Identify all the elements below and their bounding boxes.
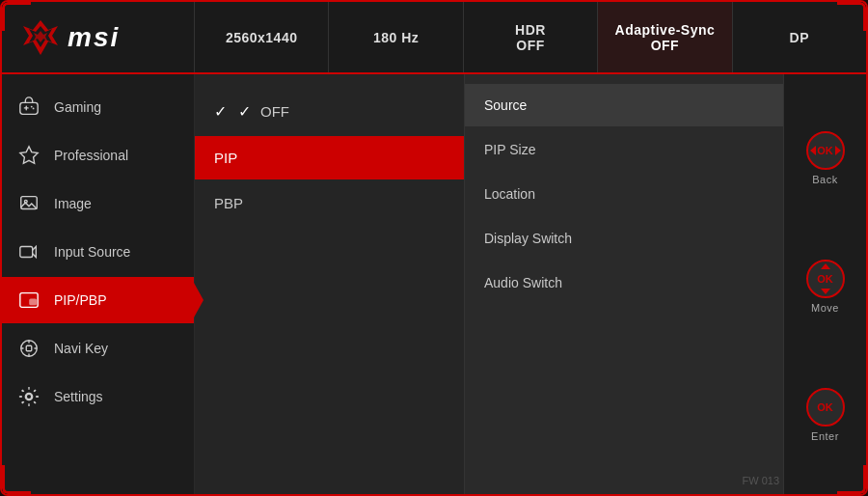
pip-pbp-icon [17, 289, 41, 312]
svg-rect-9 [20, 247, 33, 258]
fw-version: FW 013 [742, 475, 779, 486]
move-control[interactable]: OK Move [806, 260, 845, 314]
menu-item-off[interactable]: ✓ OFF [195, 89, 464, 134]
sidebar-item-navi-key[interactable]: Navi Key [2, 325, 194, 372]
top-stats: 2560x1440 180 Hz HDR OFF Adaptive-Sync O… [195, 2, 866, 72]
stat-hdr: HDR OFF [464, 2, 598, 72]
middle-panel: ✓ OFF PIP PBP [195, 74, 465, 496]
enter-control[interactable]: OK Enter [806, 388, 845, 442]
arrow-right-icon [835, 146, 841, 155]
menu-label-pip: PIP [214, 150, 237, 166]
right-panel: Source PIP Size Location Display Switch … [465, 74, 784, 496]
sidebar-label-input-source: Input Source [54, 244, 130, 260]
sidebar-label-navi-key: Navi Key [54, 341, 108, 356]
svg-marker-6 [20, 147, 38, 163]
sidebar-label-pip-pbp: PIP/PBP [54, 292, 106, 308]
right-item-audio-switch[interactable]: Audio Switch [465, 262, 783, 304]
menu-item-pbp[interactable]: PBP [195, 181, 464, 225]
menu-label-pbp: PBP [214, 195, 243, 211]
arrow-down-icon [821, 289, 830, 294]
sidebar-label-image: Image [54, 196, 92, 211]
corner-decoration-bl [2, 465, 31, 494]
right-label-location: Location [484, 186, 535, 202]
enter-button[interactable]: OK [806, 388, 845, 427]
back-control[interactable]: OK Back [806, 131, 845, 185]
sidebar-item-pip-pbp[interactable]: PIP/PBP [2, 277, 194, 323]
msi-logo: msi [21, 18, 120, 57]
image-icon [17, 192, 41, 215]
sidebar-label-settings: Settings [54, 389, 103, 404]
svg-rect-3 [20, 102, 38, 114]
sidebar-item-professional[interactable]: Professional [2, 132, 194, 179]
sidebar: Gaming Professional Im [2, 74, 195, 496]
svg-rect-13 [26, 345, 32, 351]
right-item-source[interactable]: Source [465, 84, 783, 126]
right-item-location[interactable]: Location [465, 173, 783, 215]
svg-point-5 [33, 107, 35, 109]
right-label-source: Source [484, 97, 527, 113]
svg-point-4 [31, 106, 33, 108]
arrow-left-icon [810, 146, 816, 155]
navi-key-icon [17, 337, 41, 360]
enter-label: Enter [811, 430, 839, 442]
gaming-icon [17, 96, 41, 119]
stat-adaptive-sync: Adaptive-Sync OFF [598, 2, 732, 72]
arrow-up-icon [821, 263, 830, 269]
professional-icon [17, 144, 41, 167]
svg-point-14 [26, 394, 32, 400]
corner-decoration-tl [2, 2, 31, 31]
main-frame: msi 2560x1440 180 Hz HDR OFF Adaptive-Sy… [0, 0, 868, 496]
right-label-audio-switch: Audio Switch [484, 275, 562, 290]
settings-icon [17, 385, 41, 408]
stat-refresh: 180 Hz [329, 2, 463, 72]
corner-decoration-tr [837, 2, 866, 31]
svg-rect-11 [30, 299, 36, 305]
controls-panel: OK Back OK Move OK Enter [784, 74, 866, 496]
menu-item-pip[interactable]: PIP [195, 136, 464, 179]
enter-ok-label: OK [817, 401, 833, 413]
sidebar-item-image[interactable]: Image [2, 180, 194, 227]
menu-label-off: OFF [260, 103, 289, 120]
msi-brand-text: msi [68, 22, 120, 53]
right-item-pip-size[interactable]: PIP Size [465, 128, 783, 171]
logo-area: msi [2, 2, 195, 72]
right-label-display-switch: Display Switch [484, 231, 572, 246]
input-source-icon [17, 240, 41, 263]
sidebar-item-settings[interactable]: Settings [2, 373, 194, 420]
stat-resolution: 2560x1440 [195, 2, 329, 72]
move-button[interactable]: OK [806, 260, 845, 298]
move-label: Move [811, 302, 839, 314]
sidebar-label-professional: Professional [54, 148, 128, 163]
sidebar-item-input-source[interactable]: Input Source [2, 229, 194, 275]
corner-decoration-br [837, 465, 866, 494]
sidebar-item-gaming[interactable]: Gaming [2, 84, 194, 130]
sidebar-label-gaming: Gaming [54, 99, 101, 115]
right-item-display-switch[interactable]: Display Switch [465, 217, 783, 260]
right-label-pip-size: PIP Size [484, 142, 535, 157]
back-arrows [808, 133, 843, 168]
main-content: Gaming Professional Im [2, 74, 866, 496]
move-arrows [808, 262, 843, 296]
back-button[interactable]: OK [806, 131, 845, 170]
back-label: Back [812, 174, 837, 185]
top-bar: msi 2560x1440 180 Hz HDR OFF Adaptive-Sy… [2, 2, 866, 74]
